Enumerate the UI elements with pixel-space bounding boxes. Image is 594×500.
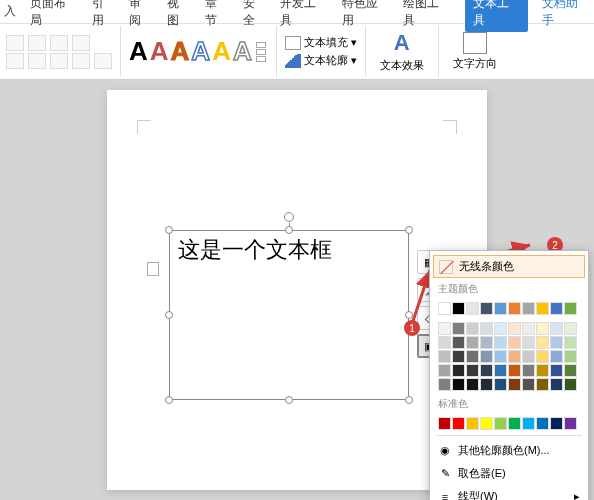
- color-swatch[interactable]: [480, 364, 493, 377]
- resize-handle-br[interactable]: [405, 396, 413, 404]
- color-swatch[interactable]: [564, 302, 577, 315]
- more-outline-colors-item[interactable]: ◉ 其他轮廓颜色(M)...: [430, 439, 588, 462]
- color-swatch[interactable]: [536, 336, 549, 349]
- color-swatch[interactable]: [536, 302, 549, 315]
- color-swatch[interactable]: [438, 364, 451, 377]
- color-swatch[interactable]: [466, 378, 479, 391]
- resize-handle-tl[interactable]: [165, 226, 173, 234]
- color-swatch[interactable]: [508, 364, 521, 377]
- color-swatch[interactable]: [536, 378, 549, 391]
- wordart-more-icon[interactable]: [256, 42, 268, 62]
- color-swatch[interactable]: [564, 378, 577, 391]
- color-swatch[interactable]: [522, 378, 535, 391]
- menu-chapter[interactable]: 章节: [205, 0, 229, 29]
- color-swatch[interactable]: [466, 302, 479, 315]
- color-swatch[interactable]: [480, 417, 493, 430]
- eyedropper-item[interactable]: ✎ 取色器(E): [430, 462, 588, 485]
- menu-review[interactable]: 审阅: [129, 0, 153, 29]
- color-swatch[interactable]: [536, 350, 549, 363]
- wordart-style-2[interactable]: A: [150, 36, 169, 67]
- wordart-style-1[interactable]: A: [129, 36, 148, 67]
- no-line-color-item[interactable]: 无线条颜色: [433, 255, 585, 278]
- color-swatch[interactable]: [494, 364, 507, 377]
- color-swatch[interactable]: [494, 322, 507, 335]
- menu-insert[interactable]: 入: [4, 3, 16, 20]
- color-swatch[interactable]: [494, 336, 507, 349]
- menu-references[interactable]: 引用: [92, 0, 116, 29]
- resize-handle-tr[interactable]: [405, 226, 413, 234]
- color-swatch[interactable]: [564, 350, 577, 363]
- indent-icon[interactable]: [50, 35, 68, 51]
- menu-devtools[interactable]: 开发工具: [280, 0, 328, 29]
- color-swatch[interactable]: [522, 417, 535, 430]
- color-swatch[interactable]: [438, 350, 451, 363]
- color-swatch[interactable]: [466, 350, 479, 363]
- color-swatch[interactable]: [438, 417, 451, 430]
- outdent-icon[interactable]: [72, 35, 90, 51]
- align-justify-icon[interactable]: [72, 53, 90, 69]
- color-swatch[interactable]: [564, 322, 577, 335]
- wordart-style-5[interactable]: A: [212, 36, 231, 67]
- menu-special[interactable]: 特色应用: [342, 0, 390, 29]
- color-swatch[interactable]: [550, 350, 563, 363]
- text-effect-button[interactable]: A 文本效果: [374, 28, 430, 75]
- color-swatch[interactable]: [452, 350, 465, 363]
- color-swatch[interactable]: [438, 302, 451, 315]
- color-swatch[interactable]: [438, 336, 451, 349]
- color-swatch[interactable]: [508, 322, 521, 335]
- list-icon[interactable]: [28, 35, 46, 51]
- text-fill-button[interactable]: 文本填充▾: [285, 35, 357, 50]
- color-swatch[interactable]: [480, 322, 493, 335]
- text-outline-button[interactable]: 文本轮廓▾: [285, 53, 357, 68]
- color-swatch[interactable]: [508, 378, 521, 391]
- wordart-style-4[interactable]: A: [191, 36, 210, 67]
- color-swatch[interactable]: [508, 417, 521, 430]
- menu-page-layout[interactable]: 页面布局: [30, 0, 78, 29]
- color-swatch[interactable]: [536, 322, 549, 335]
- text-direction-button[interactable]: 文字方向: [447, 30, 503, 73]
- color-swatch[interactable]: [494, 378, 507, 391]
- color-swatch[interactable]: [508, 336, 521, 349]
- align-center-icon[interactable]: [28, 53, 46, 69]
- color-swatch[interactable]: [438, 378, 451, 391]
- resize-handle-bm[interactable]: [285, 396, 293, 404]
- color-swatch[interactable]: [564, 417, 577, 430]
- color-swatch[interactable]: [452, 336, 465, 349]
- color-swatch[interactable]: [452, 302, 465, 315]
- color-swatch[interactable]: [522, 364, 535, 377]
- color-swatch[interactable]: [536, 364, 549, 377]
- align-icon[interactable]: [6, 35, 24, 51]
- color-swatch[interactable]: [522, 336, 535, 349]
- resize-handle-ml[interactable]: [165, 311, 173, 319]
- color-swatch[interactable]: [522, 350, 535, 363]
- color-swatch[interactable]: [522, 322, 535, 335]
- resize-handle-bl[interactable]: [165, 396, 173, 404]
- menu-drawing-tools[interactable]: 绘图工具: [403, 0, 451, 29]
- color-swatch[interactable]: [480, 302, 493, 315]
- color-swatch[interactable]: [452, 378, 465, 391]
- color-swatch[interactable]: [508, 302, 521, 315]
- align-right-icon[interactable]: [50, 53, 68, 69]
- color-swatch[interactable]: [466, 364, 479, 377]
- color-swatch[interactable]: [452, 364, 465, 377]
- color-swatch[interactable]: [550, 364, 563, 377]
- textbox-selection[interactable]: 这是一个文本框 ▦ ◢ ◇ ▣: [169, 230, 409, 400]
- color-swatch[interactable]: [550, 378, 563, 391]
- color-swatch[interactable]: [550, 336, 563, 349]
- align-left-icon[interactable]: [6, 53, 24, 69]
- color-swatch[interactable]: [480, 350, 493, 363]
- color-swatch[interactable]: [452, 322, 465, 335]
- color-swatch[interactable]: [564, 364, 577, 377]
- color-swatch[interactable]: [466, 322, 479, 335]
- color-swatch[interactable]: [480, 378, 493, 391]
- color-swatch[interactable]: [550, 417, 563, 430]
- rotate-handle[interactable]: [284, 212, 294, 222]
- wordart-style-6[interactable]: A: [233, 36, 252, 67]
- line-style-item[interactable]: ≡ 线型(W) ▸: [430, 485, 588, 500]
- color-swatch[interactable]: [550, 322, 563, 335]
- color-swatch[interactable]: [564, 336, 577, 349]
- resize-handle-tm[interactable]: [285, 226, 293, 234]
- color-swatch[interactable]: [452, 417, 465, 430]
- color-swatch[interactable]: [480, 336, 493, 349]
- line-spacing-icon[interactable]: [94, 53, 112, 69]
